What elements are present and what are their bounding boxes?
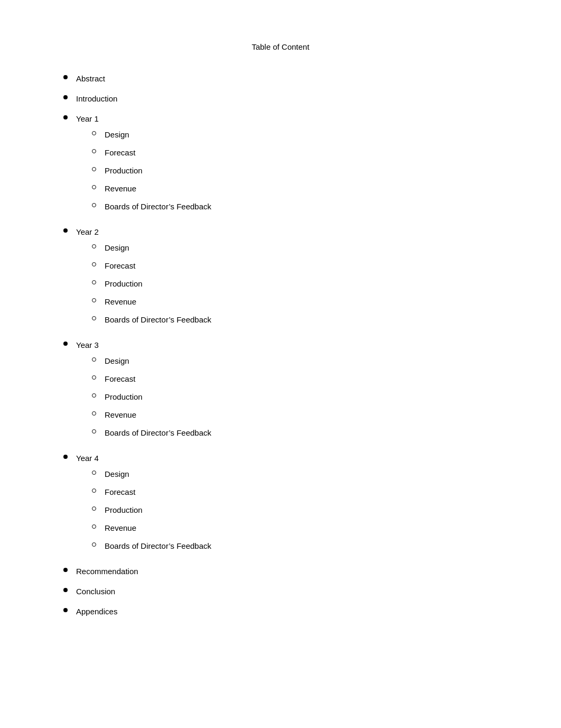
- sub-list-item: Production: [76, 504, 498, 517]
- sub-list-item: Revenue: [76, 182, 498, 195]
- sub-list-item: Production: [76, 278, 498, 290]
- sub-item-label: Forecast: [105, 373, 135, 385]
- empty-bullet-icon: [92, 471, 96, 475]
- sub-item-label: Boards of Director’s Feedback: [105, 200, 211, 213]
- sub-item-label: Boards of Director’s Feedback: [105, 314, 211, 326]
- sub-list-item: Forecast: [76, 260, 498, 272]
- filled-bullet-icon: [63, 342, 68, 346]
- empty-bullet-icon: [92, 506, 96, 511]
- sub-list-item: Revenue: [76, 409, 498, 421]
- empty-bullet-icon: [92, 185, 96, 189]
- empty-bullet-icon: [92, 429, 96, 434]
- empty-bullet-icon: [92, 298, 96, 302]
- sub-list-item: Design: [76, 242, 498, 254]
- item-label: Appendices: [76, 605, 498, 618]
- empty-bullet-icon: [92, 489, 96, 493]
- sub-list-item: Boards of Director’s Feedback: [76, 540, 498, 552]
- sub-item-label: Design: [105, 128, 129, 141]
- item-label: Year 3: [76, 339, 498, 352]
- sub-list: DesignForecastProductionRevenueBoards of…: [76, 355, 498, 445]
- empty-bullet-icon: [92, 244, 96, 248]
- sub-list: DesignForecastProductionRevenueBoards of…: [76, 468, 498, 558]
- sub-item-label: Forecast: [105, 486, 135, 499]
- empty-bullet-icon: [92, 542, 96, 547]
- sub-list-item: Production: [76, 391, 498, 403]
- empty-bullet-icon: [92, 524, 96, 529]
- empty-bullet-icon: [92, 316, 96, 320]
- sub-list-item: Forecast: [76, 486, 498, 499]
- empty-bullet-icon: [92, 357, 96, 362]
- sub-item-label: Boards of Director’s Feedback: [105, 540, 211, 552]
- page: Table of Content AbstractIntroductionYea…: [0, 0, 561, 728]
- empty-bullet-icon: [92, 149, 96, 153]
- sub-item-label: Design: [105, 468, 129, 481]
- sub-list-item: Revenue: [76, 522, 498, 535]
- toc-list: AbstractIntroductionYear 1DesignForecast…: [63, 72, 498, 618]
- filled-bullet-icon: [63, 95, 68, 99]
- list-item: Year 1DesignForecastProductionRevenueBoa…: [63, 113, 498, 218]
- item-label: Conclusion: [76, 585, 498, 598]
- filled-bullet-icon: [63, 588, 68, 592]
- sub-item-label: Revenue: [105, 409, 136, 421]
- sub-item-label: Forecast: [105, 146, 135, 159]
- list-item: Conclusion: [63, 585, 498, 598]
- sub-list: DesignForecastProductionRevenueBoards of…: [76, 128, 498, 218]
- sub-list: DesignForecastProductionRevenueBoards of…: [76, 242, 498, 331]
- sub-list-item: Design: [76, 128, 498, 141]
- filled-bullet-icon: [63, 608, 68, 612]
- sub-list-item: Design: [76, 468, 498, 481]
- empty-bullet-icon: [92, 280, 96, 284]
- page-title: Table of Content: [63, 42, 498, 51]
- empty-bullet-icon: [92, 393, 96, 398]
- sub-list-item: Revenue: [76, 296, 498, 308]
- sub-list-item: Production: [76, 164, 498, 177]
- empty-bullet-icon: [92, 167, 96, 171]
- filled-bullet-icon: [63, 75, 68, 79]
- filled-bullet-icon: [63, 228, 68, 233]
- list-item: Year 2DesignForecastProductionRevenueBoa…: [63, 226, 498, 331]
- sub-item-label: Forecast: [105, 260, 135, 272]
- sub-item-label: Production: [105, 278, 143, 290]
- empty-bullet-icon: [92, 203, 96, 207]
- list-item: Year 4DesignForecastProductionRevenueBoa…: [63, 452, 498, 558]
- sub-item-label: Boards of Director’s Feedback: [105, 427, 211, 439]
- sub-item-label: Production: [105, 164, 143, 177]
- item-label: Recommendation: [76, 565, 498, 578]
- sub-list-item: Design: [76, 355, 498, 367]
- empty-bullet-icon: [92, 131, 96, 135]
- sub-item-label: Production: [105, 391, 143, 403]
- filled-bullet-icon: [63, 115, 68, 119]
- sub-list-item: Boards of Director’s Feedback: [76, 427, 498, 439]
- list-item: Appendices: [63, 605, 498, 618]
- empty-bullet-icon: [92, 411, 96, 416]
- empty-bullet-icon: [92, 262, 96, 266]
- sub-item-label: Revenue: [105, 296, 136, 308]
- item-label: Year 1: [76, 113, 498, 125]
- item-label: Year 2: [76, 226, 498, 238]
- empty-bullet-icon: [92, 375, 96, 380]
- sub-list-item: Forecast: [76, 146, 498, 159]
- sub-item-label: Revenue: [105, 182, 136, 195]
- list-item: Recommendation: [63, 565, 498, 578]
- list-item: Abstract: [63, 72, 498, 85]
- list-item: Year 3DesignForecastProductionRevenueBoa…: [63, 339, 498, 445]
- sub-item-label: Production: [105, 504, 143, 517]
- sub-item-label: Design: [105, 242, 129, 254]
- item-label: Introduction: [76, 93, 498, 105]
- item-label: Abstract: [76, 72, 498, 85]
- sub-list-item: Forecast: [76, 373, 498, 385]
- sub-list-item: Boards of Director’s Feedback: [76, 314, 498, 326]
- filled-bullet-icon: [63, 455, 68, 459]
- sub-list-item: Boards of Director’s Feedback: [76, 200, 498, 213]
- item-label: Year 4: [76, 452, 498, 465]
- list-item: Introduction: [63, 93, 498, 105]
- filled-bullet-icon: [63, 568, 68, 572]
- sub-item-label: Design: [105, 355, 129, 367]
- sub-item-label: Revenue: [105, 522, 136, 535]
